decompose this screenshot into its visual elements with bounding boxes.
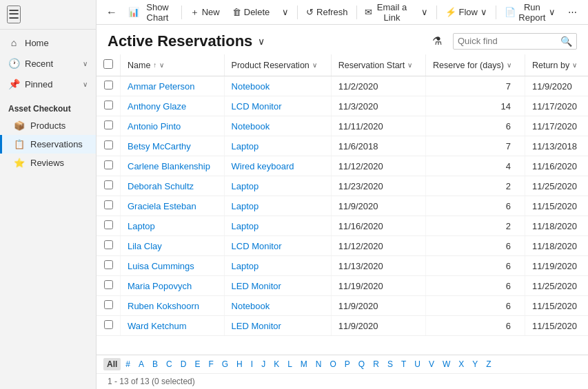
row-checkbox-cell[interactable] — [97, 256, 121, 276]
alpha-filter-item[interactable]: W — [439, 358, 454, 370]
name-cell[interactable]: Maria Popovych — [121, 276, 225, 296]
alpha-filter-item[interactable]: N — [312, 358, 325, 370]
delete-button[interactable]: 🗑 Delete — [227, 4, 276, 20]
row-checkbox-cell[interactable] — [97, 196, 121, 216]
alpha-filter-item[interactable]: Y — [469, 358, 481, 370]
row-checkbox[interactable] — [104, 240, 113, 249]
name-cell[interactable]: Laptop — [121, 216, 225, 236]
row-checkbox-cell[interactable] — [97, 136, 121, 156]
alpha-filter-item[interactable]: All — [103, 358, 121, 370]
row-checkbox[interactable] — [104, 220, 113, 229]
name-cell[interactable]: Antonio Pinto — [121, 116, 225, 136]
row-checkbox-cell[interactable] — [97, 276, 121, 296]
name-cell[interactable]: Lila Clay — [121, 236, 225, 256]
title-dropdown-icon[interactable]: ∨ — [258, 36, 265, 47]
product-cell[interactable]: Laptop — [224, 256, 331, 276]
sidebar-item-reviews[interactable]: ⭐ Reviews — [0, 154, 96, 172]
alpha-filter-item[interactable]: P — [341, 358, 354, 370]
alpha-filter-item[interactable]: M — [297, 358, 311, 370]
row-checkbox[interactable] — [104, 81, 113, 90]
product-cell[interactable]: Laptop — [224, 176, 331, 196]
alpha-filter-item[interactable]: F — [205, 358, 216, 370]
select-all-checkbox[interactable] — [103, 59, 113, 69]
alpha-filter-item[interactable]: K — [270, 358, 283, 370]
sidebar-item-home[interactable]: ⌂ Home — [0, 32, 96, 53]
product-cell[interactable]: Wired keyboard — [224, 156, 331, 176]
alpha-filter-item[interactable]: E — [191, 358, 203, 370]
name-cell[interactable]: Luisa Cummings — [121, 256, 225, 276]
row-checkbox[interactable] — [104, 120, 113, 129]
alpha-filter-item[interactable]: T — [398, 358, 409, 370]
product-cell[interactable]: LED Monitor — [224, 316, 331, 336]
alpha-filter-item[interactable]: J — [258, 358, 269, 370]
alpha-filter-item[interactable]: D — [177, 358, 190, 370]
alpha-filter-item[interactable]: U — [411, 358, 424, 370]
row-checkbox[interactable] — [104, 260, 113, 269]
filter-icon[interactable]: ⚗ — [427, 32, 447, 50]
alpha-filter-item[interactable]: Z — [483, 358, 494, 370]
alpha-filter-item[interactable]: Q — [355, 358, 368, 370]
row-checkbox-cell[interactable] — [97, 316, 121, 336]
alpha-filter-item[interactable]: V — [425, 358, 438, 370]
row-checkbox[interactable] — [104, 200, 113, 209]
name-cell[interactable]: Graciela Esteban — [121, 196, 225, 216]
alpha-filter-item[interactable]: A — [135, 358, 148, 370]
show-chart-button[interactable]: 📊 Show Chart — [123, 0, 179, 25]
alpha-filter-item[interactable]: O — [327, 358, 340, 370]
product-cell[interactable]: Notebook — [224, 296, 331, 316]
flow-button[interactable]: ⚡ Flow ∨ — [440, 4, 493, 20]
row-checkbox[interactable] — [104, 160, 113, 169]
row-checkbox[interactable] — [104, 101, 113, 109]
product-cell[interactable]: Laptop — [224, 216, 331, 236]
name-cell[interactable]: Ammar Peterson — [121, 76, 225, 96]
alpha-filter-item[interactable]: G — [219, 358, 232, 370]
product-cell[interactable]: Notebook — [224, 116, 331, 136]
row-checkbox[interactable] — [104, 280, 113, 289]
name-cell[interactable]: Deborah Schultz — [121, 176, 225, 196]
row-checkbox[interactable] — [104, 300, 113, 309]
back-button[interactable]: ← — [102, 3, 121, 21]
row-checkbox-cell[interactable] — [97, 116, 121, 136]
row-checkbox[interactable] — [104, 140, 113, 149]
row-checkbox-cell[interactable] — [97, 296, 121, 316]
name-cell[interactable]: Ruben Kokshoorn — [121, 296, 225, 316]
more-options-button[interactable]: ⋯ — [562, 4, 582, 20]
product-cell[interactable]: LED Monitor — [224, 276, 331, 296]
row-checkbox[interactable] — [104, 320, 113, 329]
reserve-days-column-header[interactable]: Reserve for (days) ∨ — [425, 54, 525, 76]
alpha-filter-item[interactable]: H — [233, 358, 246, 370]
product-cell[interactable]: LCD Monitor — [224, 96, 331, 116]
row-checkbox-cell[interactable] — [97, 216, 121, 236]
refresh-button[interactable]: ↺ Refresh — [301, 4, 354, 20]
product-cell[interactable]: Notebook — [224, 76, 331, 96]
row-checkbox[interactable] — [104, 180, 113, 189]
row-checkbox-cell[interactable] — [97, 236, 121, 256]
email-link-button[interactable]: ✉ Email a Link — [359, 0, 414, 25]
row-checkbox-cell[interactable] — [97, 156, 121, 176]
product-cell[interactable]: Laptop — [224, 136, 331, 156]
name-column-header[interactable]: Name ↑ ∨ — [121, 54, 225, 76]
search-input[interactable] — [458, 36, 558, 46]
alpha-filter-item[interactable]: B — [149, 358, 161, 370]
row-checkbox-cell[interactable] — [97, 176, 121, 196]
alpha-filter-item[interactable]: I — [247, 358, 256, 370]
alpha-filter-item[interactable]: X — [455, 358, 467, 370]
sidebar-item-pinned[interactable]: 📌 Pinned ∨ — [0, 74, 96, 94]
row-checkbox-cell[interactable] — [97, 76, 121, 96]
reservation-start-column-header[interactable]: Reservation Start ∨ — [331, 54, 425, 76]
new-button[interactable]: ＋ New — [185, 3, 225, 21]
delete-dropdown-button[interactable]: ∨ — [276, 4, 294, 20]
sidebar-item-products[interactable]: 📦 Products — [0, 116, 96, 135]
alpha-filter-item[interactable]: # — [122, 358, 134, 370]
return-by-column-header[interactable]: Return by ∨ — [525, 54, 588, 76]
product-cell[interactable]: LCD Monitor — [224, 236, 331, 256]
select-all-header[interactable] — [97, 54, 121, 76]
alpha-filter-item[interactable]: S — [384, 358, 396, 370]
alpha-filter-item[interactable]: L — [284, 358, 296, 370]
alpha-filter-item[interactable]: R — [369, 358, 383, 370]
alpha-filter-item[interactable]: C — [163, 358, 176, 370]
name-cell[interactable]: Anthony Glaze — [121, 96, 225, 116]
email-dropdown-button[interactable]: ∨ — [416, 4, 434, 20]
sidebar-item-recent[interactable]: 🕐 Recent ∨ — [0, 53, 96, 74]
name-cell[interactable]: Carlene Blankenship — [121, 156, 225, 176]
